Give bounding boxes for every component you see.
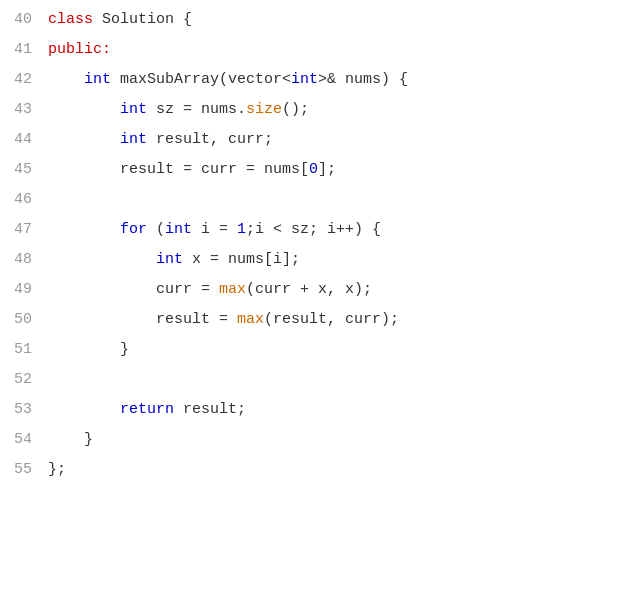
code-content <box>48 188 640 212</box>
line-number: 55 <box>0 458 48 482</box>
code-line: 46 <box>0 188 640 218</box>
code-content: result = max(result, curr); <box>48 308 640 332</box>
code-content: public: <box>48 38 640 62</box>
code-content: int result, curr; <box>48 128 640 152</box>
code-content: int maxSubArray(vector<int>& nums) { <box>48 68 640 92</box>
code-line: 45 result = curr = nums[0]; <box>0 158 640 188</box>
line-number: 48 <box>0 248 48 272</box>
line-number: 51 <box>0 338 48 362</box>
code-token: int <box>120 101 147 118</box>
code-line: 41public: <box>0 38 640 68</box>
line-number: 41 <box>0 38 48 62</box>
line-number: 52 <box>0 368 48 392</box>
code-content: return result; <box>48 398 640 422</box>
code-line: 40class Solution { <box>0 8 640 38</box>
code-line: 55}; <box>0 458 640 488</box>
line-number: 42 <box>0 68 48 92</box>
code-content: int sz = nums.size(); <box>48 98 640 122</box>
code-token: int <box>84 71 111 88</box>
line-number: 44 <box>0 128 48 152</box>
code-token: for <box>120 221 147 238</box>
code-token: max <box>219 281 246 298</box>
code-content: } <box>48 428 640 452</box>
code-line: 47 for (int i = 1;i < sz; i++) { <box>0 218 640 248</box>
code-line: 52 <box>0 368 640 398</box>
line-number: 46 <box>0 188 48 212</box>
code-editor: 40class Solution {41public:42 int maxSub… <box>0 0 640 592</box>
line-number: 54 <box>0 428 48 452</box>
code-line: 48 int x = nums[i]; <box>0 248 640 278</box>
line-number: 45 <box>0 158 48 182</box>
code-token: return <box>120 401 174 418</box>
code-line: 50 result = max(result, curr); <box>0 308 640 338</box>
code-line: 54 } <box>0 428 640 458</box>
code-content: int x = nums[i]; <box>48 248 640 272</box>
code-line: 42 int maxSubArray(vector<int>& nums) { <box>0 68 640 98</box>
code-line: 49 curr = max(curr + x, x); <box>0 278 640 308</box>
code-content <box>48 368 640 392</box>
code-content: for (int i = 1;i < sz; i++) { <box>48 218 640 242</box>
code-content: curr = max(curr + x, x); <box>48 278 640 302</box>
code-token: Solution { <box>102 11 192 28</box>
code-token: int <box>291 71 318 88</box>
line-number: 53 <box>0 398 48 422</box>
code-content: } <box>48 338 640 362</box>
code-content: class Solution { <box>48 8 640 32</box>
code-content: }; <box>48 458 640 482</box>
code-line: 44 int result, curr; <box>0 128 640 158</box>
code-token: public: <box>48 41 111 58</box>
code-token: int <box>165 221 192 238</box>
line-number: 40 <box>0 8 48 32</box>
code-token: max <box>237 311 264 328</box>
line-number: 47 <box>0 218 48 242</box>
code-content: result = curr = nums[0]; <box>48 158 640 182</box>
code-token: size <box>246 101 282 118</box>
code-line: 51 } <box>0 338 640 368</box>
line-number: 49 <box>0 278 48 302</box>
code-token: int <box>156 251 183 268</box>
code-token: 1 <box>237 221 246 238</box>
code-line: 53 return result; <box>0 398 640 428</box>
line-number: 43 <box>0 98 48 122</box>
code-token: class <box>48 11 102 28</box>
code-token: int <box>120 131 147 148</box>
line-number: 50 <box>0 308 48 332</box>
code-token: 0 <box>309 161 318 178</box>
code-line: 43 int sz = nums.size(); <box>0 98 640 128</box>
